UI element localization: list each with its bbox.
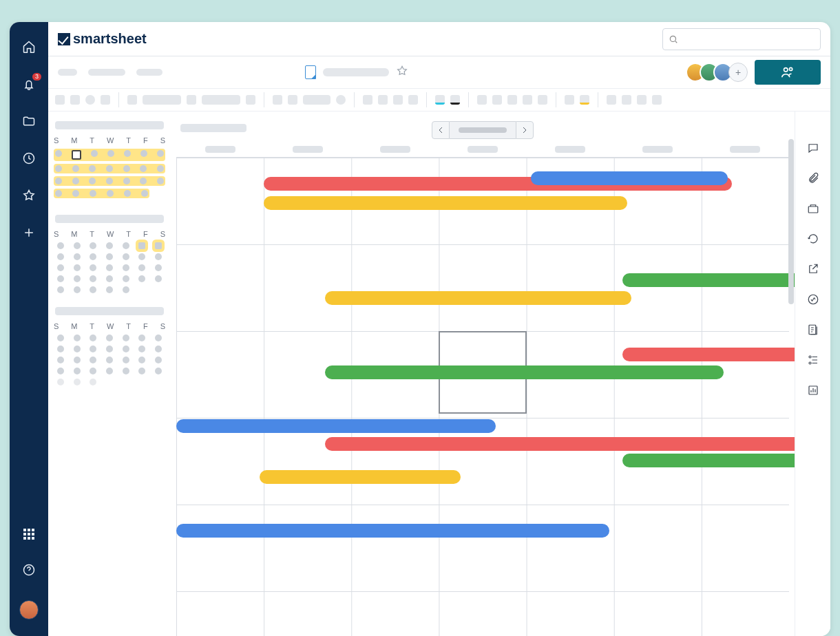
calendar-day[interactable] <box>74 379 81 385</box>
calendar-day[interactable] <box>74 357 81 363</box>
calendar-grid[interactable] <box>176 157 789 636</box>
toolbar-item[interactable] <box>435 95 445 105</box>
calendar-day[interactable] <box>106 368 113 374</box>
calendar-day[interactable] <box>57 242 64 249</box>
add-collaborator-button[interactable]: + <box>728 63 748 82</box>
calendar-day[interactable] <box>123 253 129 260</box>
toolbar-item[interactable] <box>507 95 517 105</box>
calendar-day[interactable] <box>106 357 113 363</box>
recent-icon[interactable] <box>22 151 36 165</box>
crumb-item[interactable] <box>88 69 125 76</box>
calendar-day[interactable] <box>90 346 96 352</box>
calendar-day[interactable] <box>57 379 64 385</box>
calendar-day[interactable] <box>155 368 162 374</box>
favorites-icon[interactable] <box>22 189 36 202</box>
toolbar-item[interactable] <box>246 95 255 105</box>
notifications-icon[interactable]: 3 <box>22 77 36 91</box>
calendar-day[interactable] <box>90 286 96 293</box>
activity-icon[interactable] <box>807 293 819 306</box>
toolbar-item[interactable] <box>303 95 330 105</box>
calendar-day[interactable] <box>90 335 96 341</box>
history-icon[interactable] <box>807 233 819 245</box>
share-button[interactable] <box>755 60 821 85</box>
attachments-icon[interactable] <box>807 172 819 184</box>
toolbar-item[interactable] <box>538 95 547 105</box>
calendar-day[interactable] <box>74 335 81 341</box>
date-range[interactable] <box>450 121 516 139</box>
calendar-day[interactable] <box>123 357 129 363</box>
calendar-day[interactable] <box>155 346 162 352</box>
calendar-day[interactable] <box>138 264 145 271</box>
calendar-day[interactable] <box>155 335 162 341</box>
calendar-day[interactable] <box>123 275 129 282</box>
folder-icon[interactable] <box>22 114 36 128</box>
toolbar-item[interactable] <box>622 95 631 105</box>
toolbar-item[interactable] <box>523 95 532 105</box>
toolbar-item[interactable] <box>143 95 181 105</box>
sheet-title[interactable] <box>323 68 389 76</box>
toolbar-item[interactable] <box>202 95 240 105</box>
event-bar[interactable] <box>622 273 806 287</box>
calendar-day[interactable] <box>90 253 96 260</box>
calendar-day[interactable] <box>57 253 64 260</box>
calendar-day[interactable] <box>74 242 81 249</box>
calendar-day[interactable] <box>138 275 145 282</box>
event-bar[interactable] <box>531 171 728 185</box>
toolbar-item[interactable] <box>652 95 662 105</box>
calendar-day[interactable] <box>90 379 96 385</box>
mini-calendar[interactable]: SMTWTFS <box>48 307 171 385</box>
event-bar[interactable] <box>622 454 806 467</box>
toolbar-item[interactable] <box>363 95 372 105</box>
profile-avatar[interactable] <box>19 600 39 619</box>
prev-button[interactable] <box>432 121 450 139</box>
toolbar-item[interactable] <box>336 95 346 105</box>
toolbar-item[interactable] <box>187 95 196 105</box>
search-field[interactable] <box>682 34 815 44</box>
calendar-day[interactable] <box>57 286 64 293</box>
calendar-day[interactable] <box>155 275 162 282</box>
toolbar-item[interactable] <box>477 95 487 105</box>
home-icon[interactable] <box>22 40 36 54</box>
brand-logo[interactable]: smartsheet <box>58 31 147 47</box>
calendar-day[interactable] <box>123 264 129 271</box>
event-bar[interactable] <box>260 470 461 484</box>
reports-icon[interactable] <box>807 384 819 396</box>
next-button[interactable] <box>516 121 534 139</box>
calendar-day[interactable] <box>74 275 81 282</box>
event-bar[interactable] <box>176 419 496 433</box>
star-icon[interactable] <box>396 65 408 80</box>
calendar-day[interactable] <box>57 264 64 271</box>
toolbar-item[interactable] <box>393 95 403 105</box>
event-bar[interactable] <box>325 365 724 379</box>
event-bar[interactable] <box>264 196 627 210</box>
calendar-day[interactable] <box>138 357 145 363</box>
calendar-day[interactable] <box>90 357 96 363</box>
calendar-day[interactable] <box>57 346 64 352</box>
add-icon[interactable] <box>22 226 36 240</box>
calendar-day[interactable] <box>155 357 162 363</box>
calendar-day[interactable] <box>57 368 64 374</box>
toolbar-item[interactable] <box>637 95 647 105</box>
calendar-day[interactable] <box>106 264 113 271</box>
toolbar-item[interactable] <box>127 95 137 105</box>
calendar-day[interactable] <box>106 242 113 249</box>
calendar-day[interactable] <box>106 275 113 282</box>
calendar-day[interactable] <box>155 264 162 271</box>
toolbar-item[interactable] <box>55 95 65 105</box>
calendar-day[interactable] <box>57 357 64 363</box>
calendar-day[interactable] <box>74 368 81 374</box>
toolbar-item[interactable] <box>288 95 297 105</box>
calendar-day[interactable] <box>74 286 81 293</box>
toolbar-item[interactable] <box>450 95 460 105</box>
mini-calendar[interactable]: SMTWTFS <box>48 215 171 293</box>
calendar-day[interactable] <box>138 242 145 249</box>
toolbar-item[interactable] <box>85 95 95 105</box>
calendar-day[interactable] <box>123 242 129 249</box>
calendar-day[interactable] <box>123 286 129 293</box>
help-icon[interactable] <box>22 563 36 577</box>
toolbar-item[interactable] <box>273 95 282 105</box>
calendar-day[interactable] <box>74 346 81 352</box>
mini-calendar[interactable]: SMTWTFS <box>48 121 171 201</box>
crumb-item[interactable] <box>136 69 162 76</box>
calendar-day[interactable] <box>57 275 64 282</box>
